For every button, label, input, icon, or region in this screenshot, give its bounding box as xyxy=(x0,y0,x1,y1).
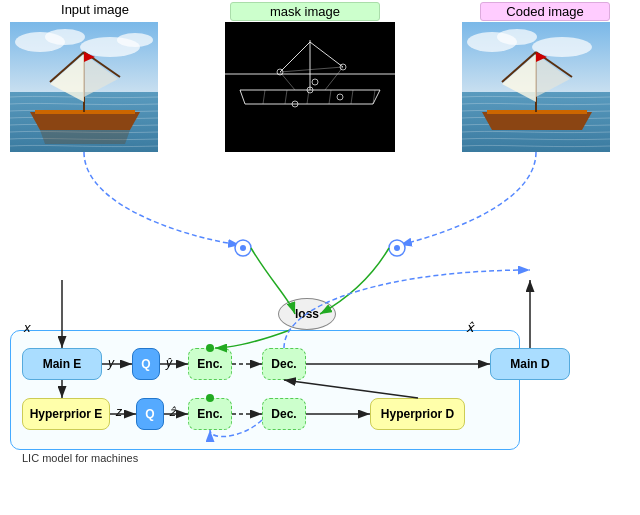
svg-point-19 xyxy=(394,245,400,251)
x-hat-label: x̂ xyxy=(466,320,474,335)
z-hat-label: ẑ xyxy=(169,405,175,419)
main-d-box: Main D xyxy=(490,348,570,380)
coded-image xyxy=(462,22,610,152)
q1-box: Q xyxy=(132,348,160,380)
z-label: z xyxy=(116,405,122,419)
loss-box: loss xyxy=(278,298,336,330)
input-image xyxy=(10,22,158,152)
dec2-box: Dec. xyxy=(262,398,306,430)
svg-point-18 xyxy=(389,240,405,256)
coded-image-label: Coded image xyxy=(480,2,610,21)
y-label: y xyxy=(108,356,114,370)
main-e-box: Main E xyxy=(22,348,102,380)
input-image-label: Input image xyxy=(30,2,160,17)
hyperprior-e-box: Hyperprior E xyxy=(22,398,110,430)
lic-label: LIC model for machines xyxy=(22,452,138,464)
x-label: x xyxy=(24,320,31,335)
mask-image-label: mask image xyxy=(230,2,380,21)
svg-point-16 xyxy=(235,240,251,256)
enc1-box: Enc. xyxy=(188,348,232,380)
y-hat-label: ŷ xyxy=(166,356,172,370)
hyperprior-d-box: Hyperprior D xyxy=(370,398,465,430)
q2-box: Q xyxy=(136,398,164,430)
svg-point-17 xyxy=(240,245,246,251)
enc2-box: Enc. xyxy=(188,398,232,430)
mask-image xyxy=(225,22,395,152)
dec1-box: Dec. xyxy=(262,348,306,380)
main-container: Input image mask image Coded image Main … xyxy=(0,0,640,515)
